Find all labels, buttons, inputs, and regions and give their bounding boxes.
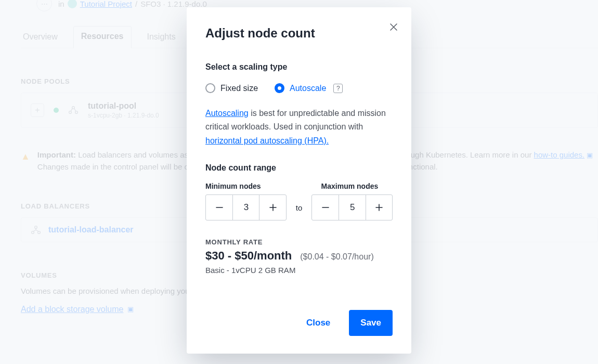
hourly-rate: ($0.04 - $0.07/hour) bbox=[300, 252, 373, 262]
adjust-node-count-modal: Adjust node count Select a scaling type … bbox=[187, 7, 411, 354]
autoscaling-link[interactable]: Autoscaling bbox=[205, 109, 249, 118]
node-range-label: Node count range bbox=[205, 163, 393, 173]
hpa-link[interactable]: horizontal pod autoscaling (HPA). bbox=[205, 136, 329, 145]
monthly-rate: $30 - $50/month bbox=[205, 249, 292, 263]
scaling-type-label: Select a scaling type bbox=[205, 62, 393, 72]
radio-icon bbox=[205, 83, 215, 93]
close-icon[interactable] bbox=[389, 23, 398, 31]
min-nodes-label: Minimum nodes bbox=[205, 182, 261, 190]
max-increment-button[interactable] bbox=[366, 195, 392, 220]
min-decrement-button[interactable] bbox=[206, 195, 232, 220]
help-icon[interactable]: ? bbox=[333, 84, 343, 93]
radio-autoscale[interactable]: Autoscale bbox=[275, 83, 326, 93]
autoscale-description: Autoscaling is best for unpredictable an… bbox=[205, 107, 393, 148]
to-label: to bbox=[296, 203, 303, 212]
modal-title: Adjust node count bbox=[205, 26, 393, 41]
min-nodes-stepper: 3 bbox=[205, 194, 287, 220]
max-decrement-button[interactable] bbox=[312, 195, 339, 220]
max-nodes-value: 5 bbox=[339, 195, 365, 220]
radio-icon bbox=[275, 83, 284, 93]
min-increment-button[interactable] bbox=[259, 195, 285, 220]
max-nodes-label: Maximum nodes bbox=[321, 182, 379, 190]
radio-fixed-size[interactable]: Fixed size bbox=[205, 83, 258, 93]
close-button[interactable]: Close bbox=[295, 310, 342, 336]
radio-fixed-label: Fixed size bbox=[220, 84, 258, 93]
max-nodes-stepper: 5 bbox=[311, 194, 393, 220]
radio-autoscale-label: Autoscale bbox=[290, 84, 326, 93]
scaling-type-radiogroup: Fixed size Autoscale ? bbox=[205, 83, 393, 93]
rate-plan-desc: Basic - 1vCPU 2 GB RAM bbox=[205, 266, 393, 275]
monthly-rate-label: MONTHLY RATE bbox=[205, 238, 393, 246]
min-nodes-value: 3 bbox=[232, 195, 259, 220]
save-button[interactable]: Save bbox=[349, 310, 393, 336]
